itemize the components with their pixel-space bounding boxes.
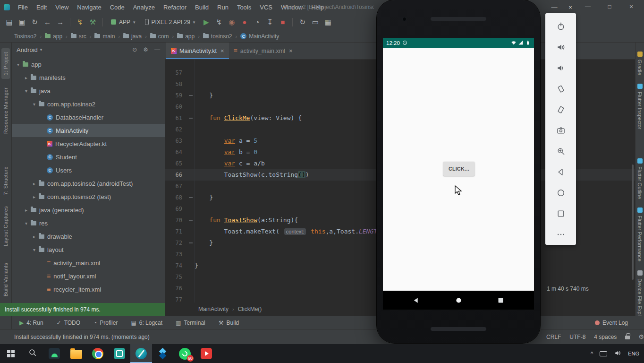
build-hammer-icon[interactable]: ⚒ bbox=[86, 16, 99, 28]
tree-item-notif-layour-xml[interactable]: notif_layour.xml bbox=[12, 269, 165, 283]
fold-marker-icon[interactable] bbox=[189, 95, 193, 96]
tool-stripe-layout-captures[interactable]: Layout Captures bbox=[1, 202, 10, 250]
chevron-right-icon[interactable]: ▸ bbox=[23, 75, 30, 80]
chevron-right-icon[interactable]: ▸ bbox=[31, 194, 38, 199]
menu-refactor[interactable]: Refactor bbox=[159, 0, 191, 14]
chevron-right-icon[interactable]: ▸ bbox=[31, 234, 38, 239]
back-icon[interactable] bbox=[545, 162, 576, 182]
gear-icon[interactable]: ⚙ bbox=[143, 46, 148, 53]
tool-stripe-build-variants[interactable]: Build Variants bbox=[1, 259, 10, 300]
profiler-icon[interactable]: ◔ bbox=[251, 16, 263, 28]
chevron-down-icon[interactable]: ▾ bbox=[23, 88, 30, 94]
display-icon[interactable] bbox=[600, 351, 607, 356]
app-content[interactable]: CLICK... bbox=[383, 48, 534, 291]
tree-item-drawable[interactable]: ▸drawable bbox=[12, 230, 165, 243]
tree-item-databasehandler[interactable]: DatabaseHandler bbox=[12, 111, 165, 124]
overview-icon[interactable] bbox=[545, 203, 576, 224]
menu-file[interactable]: File bbox=[14, 0, 32, 14]
sync-gradle-icon[interactable]: ↻ bbox=[296, 16, 309, 28]
sync-icon[interactable]: ↻ bbox=[28, 16, 41, 28]
tree-item-com-app-tosinso2-androidtest[interactable]: ▸com.app.tosinso2 (androidTest) bbox=[12, 177, 165, 190]
home-icon[interactable] bbox=[545, 182, 576, 203]
android-overview-button[interactable] bbox=[497, 296, 505, 304]
tool-window-button-terminal[interactable]: ▥Terminal bbox=[176, 320, 205, 326]
run-icon[interactable]: ▶ bbox=[200, 16, 212, 28]
tree-item-mainactivity[interactable]: MainActivity bbox=[12, 124, 165, 137]
editor-tab-mainactivity-kt[interactable]: MainActivity.kt× bbox=[166, 43, 229, 59]
redo-icon[interactable]: → bbox=[54, 16, 67, 28]
attach-debugger-icon[interactable]: ↧ bbox=[263, 16, 276, 28]
chevron-down-icon[interactable]: ▾ bbox=[15, 62, 22, 67]
tree-item-manifests[interactable]: ▸manifests bbox=[12, 71, 165, 84]
speaker-icon[interactable] bbox=[614, 349, 621, 358]
device-manager-icon[interactable]: ▭ bbox=[309, 16, 322, 28]
file-explorer-icon[interactable] bbox=[65, 344, 87, 363]
close-icon[interactable]: × bbox=[220, 47, 224, 54]
menu-tools[interactable]: Tools bbox=[233, 0, 255, 14]
close-button[interactable]: × bbox=[623, 0, 639, 13]
breadcrumb-main[interactable]: main bbox=[94, 33, 115, 40]
tool-stripe-1-project[interactable]: 1: Project bbox=[1, 48, 10, 79]
chevron-right-icon[interactable]: ▸ bbox=[31, 181, 38, 186]
tree-item-java[interactable]: ▾java bbox=[12, 84, 165, 97]
tree-item-activity-main-xml[interactable]: activity_main.xml bbox=[12, 256, 165, 269]
android-home-button[interactable] bbox=[455, 296, 463, 304]
click-me-button[interactable]: CLICK... bbox=[443, 162, 475, 176]
tool-stripe-resource-manager[interactable]: Resource Manager bbox=[1, 84, 10, 138]
tree-item-com-app-tosinso2-test[interactable]: ▸com.app.tosinso2 (test) bbox=[12, 190, 165, 203]
rotate-right-icon[interactable] bbox=[545, 99, 576, 120]
editor-tab-activity-main-xml[interactable]: activity_main.xml× bbox=[229, 43, 297, 59]
menu-code[interactable]: Code bbox=[106, 0, 129, 14]
undo-icon[interactable]: ← bbox=[41, 16, 54, 28]
volume-up-icon[interactable] bbox=[545, 37, 576, 58]
breadcrumb-java[interactable]: java bbox=[123, 33, 142, 40]
whatsapp-icon[interactable]: 68 bbox=[174, 344, 195, 363]
tool-window-button-4-run[interactable]: ▶4: Run bbox=[19, 320, 43, 326]
breadcrumb-app[interactable]: app bbox=[45, 33, 62, 40]
tool-window-button-build[interactable]: ⚒Build bbox=[219, 320, 239, 326]
record-icon[interactable]: ● bbox=[238, 16, 251, 28]
fold-marker-icon[interactable] bbox=[189, 220, 193, 221]
close-icon[interactable]: × bbox=[289, 47, 293, 54]
tree-item-java-generated[interactable]: ▸java (generated) bbox=[12, 203, 165, 216]
hide-panel-icon[interactable]: — bbox=[154, 46, 160, 53]
screenshot-icon[interactable] bbox=[545, 120, 576, 141]
tree-item-recycler-item-xml[interactable]: recycler_item.xml bbox=[12, 283, 165, 296]
start-button[interactable] bbox=[0, 344, 22, 363]
apply-code-changes-icon[interactable]: ↯ bbox=[212, 16, 225, 28]
menu-navigate[interactable]: Navigate bbox=[73, 0, 105, 14]
tool-window-button-profiler[interactable]: ◔Profiler bbox=[93, 320, 118, 326]
breadcrumb-clickme[interactable]: ClickMe() bbox=[238, 306, 262, 312]
breadcrumb-tosinso2[interactable]: Tosinso2 bbox=[14, 33, 36, 40]
zoom-icon[interactable] bbox=[545, 141, 576, 162]
tree-item-users[interactable]: Users bbox=[12, 164, 165, 177]
status-4-spaces[interactable]: 4 spaces bbox=[594, 334, 617, 340]
apply-changes-icon[interactable]: ↯ bbox=[74, 16, 86, 28]
fold-marker-icon[interactable] bbox=[189, 118, 193, 119]
breadcrumb-com[interactable]: com bbox=[150, 33, 169, 40]
status-crlf[interactable]: CRLF bbox=[546, 334, 561, 340]
run-config-selector[interactable]: APP▾ bbox=[107, 17, 139, 28]
tool-stripe-flutter-inspector[interactable]: Flutter Inspector bbox=[637, 81, 643, 131]
emulator-minimize-button[interactable]: — bbox=[548, 2, 561, 12]
editor-scrollbar[interactable] bbox=[632, 164, 634, 280]
fold-marker-icon[interactable] bbox=[189, 242, 193, 243]
android-emulator-icon[interactable] bbox=[43, 344, 65, 363]
breadcrumb-app[interactable]: app bbox=[177, 33, 195, 40]
breadcrumb-mainactivity[interactable]: MainActivity bbox=[240, 33, 279, 40]
status-utf-8[interactable]: UTF-8 bbox=[569, 334, 585, 340]
android-back-button[interactable] bbox=[412, 296, 420, 304]
tree-item-student[interactable]: Student bbox=[12, 150, 165, 164]
menu-build[interactable]: Build bbox=[191, 0, 213, 14]
open-file-icon[interactable]: ▤ bbox=[3, 16, 16, 28]
chevron-down-icon[interactable]: ▾ bbox=[31, 102, 38, 107]
more-icon[interactable] bbox=[545, 224, 576, 245]
phone-screen[interactable]: 12:20 CLICK... bbox=[383, 38, 534, 310]
taskbar-search-button[interactable] bbox=[22, 344, 43, 363]
stop-icon[interactable]: ■ bbox=[276, 16, 289, 28]
volume-down-icon[interactable] bbox=[545, 58, 576, 78]
tool-window-button-6-logcat[interactable]: ▤6: Logcat bbox=[131, 320, 162, 326]
android-studio-icon[interactable] bbox=[130, 344, 152, 363]
project-view-selector[interactable]: Android ▾ bbox=[17, 46, 42, 53]
lock-icon[interactable] bbox=[625, 336, 630, 339]
